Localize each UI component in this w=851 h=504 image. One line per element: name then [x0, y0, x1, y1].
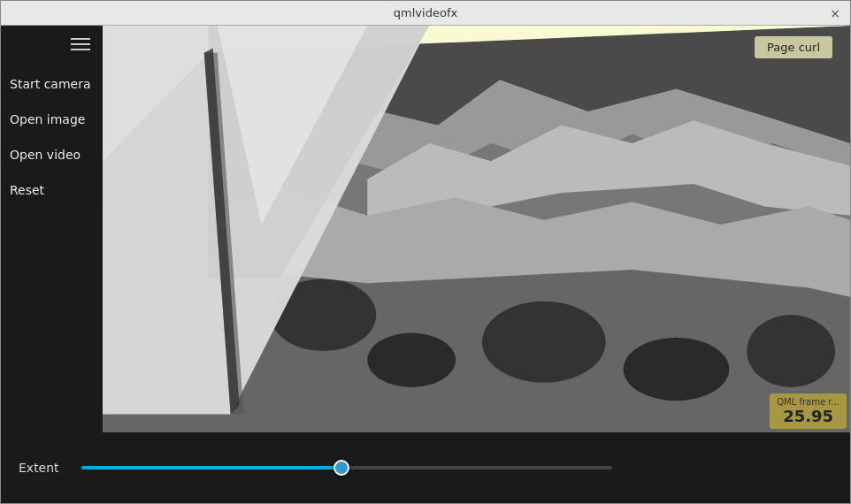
fps-counter: QML frame r... 25.95 [770, 393, 847, 429]
fps-label: QML frame r... [777, 397, 840, 407]
fps-value: 25.95 [777, 407, 840, 425]
sidebar-menu: Start camera Open image Open video Reset [1, 66, 103, 208]
hamburger-line-3 [71, 49, 90, 50]
extent-label: Extent [19, 461, 67, 475]
hamburger-line-1 [71, 38, 90, 40]
hamburger-icon [71, 38, 90, 50]
titlebar: qmlvideofx × [1, 1, 850, 26]
extent-slider-thumb[interactable] [334, 460, 349, 476]
content-area: Start camera Open image Open video Reset [1, 26, 850, 432]
slider-row: Extent [19, 461, 832, 475]
main-viewport: Page curl QML frame r... 25.95 [103, 26, 850, 432]
window-title: qmlvideofx [394, 6, 457, 19]
hamburger-line-2 [71, 43, 90, 45]
sidebar-item-open-video[interactable]: Open video [1, 137, 103, 172]
hamburger-button[interactable] [58, 26, 103, 63]
app-window: qmlvideofx × Start camera Open image Ope… [0, 0, 851, 504]
bottom-bar: Extent [1, 432, 850, 503]
extent-slider-track[interactable] [81, 466, 612, 470]
sidebar-item-start-camera[interactable]: Start camera [1, 66, 103, 102]
close-button[interactable]: × [827, 5, 843, 21]
sidebar: Start camera Open image Open video Reset [1, 26, 103, 432]
page-background [103, 26, 850, 432]
sidebar-item-open-image[interactable]: Open image [1, 102, 103, 137]
extent-slider-fill [81, 466, 341, 470]
effect-badge: Page curl [755, 36, 832, 58]
sidebar-item-reset[interactable]: Reset [1, 172, 103, 208]
